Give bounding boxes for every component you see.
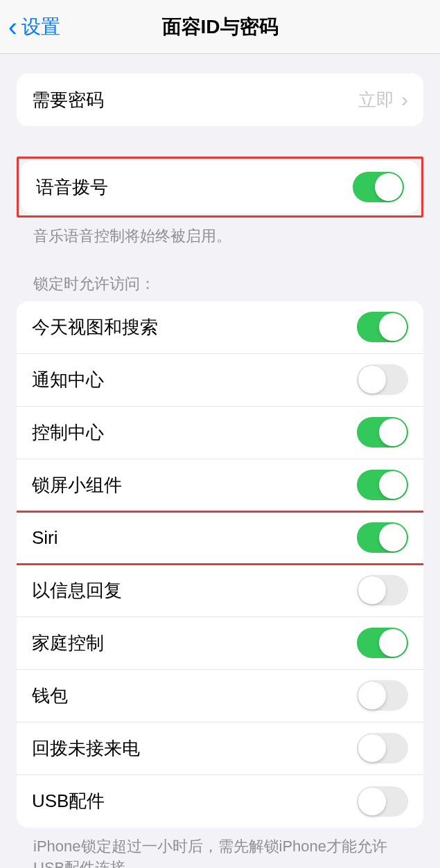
lock-access-toggle[interactable] bbox=[357, 786, 408, 817]
lock-access-item-label: 回拨未接来电 bbox=[32, 736, 140, 761]
lock-access-row: 回拨未接来电 bbox=[17, 723, 423, 775]
lock-access-toggle[interactable] bbox=[357, 733, 408, 763]
back-button[interactable]: ‹ 设置 bbox=[0, 14, 60, 40]
toggle-knob bbox=[379, 313, 407, 341]
toggle-knob bbox=[358, 366, 386, 393]
lock-access-item-label: 锁屏小组件 bbox=[32, 473, 122, 497]
voice-dial-footer: 音乐语音控制将始终被启用。 bbox=[17, 218, 423, 247]
lock-access-row: USB配件 bbox=[17, 775, 423, 828]
back-label: 设置 bbox=[21, 14, 60, 40]
lock-access-header: 锁定时允许访问： bbox=[17, 274, 423, 301]
lock-access-toggle[interactable] bbox=[357, 628, 408, 658]
lock-access-item-label: 通知中心 bbox=[32, 368, 104, 392]
lock-access-toggle[interactable] bbox=[357, 575, 408, 605]
require-passcode-label: 需要密码 bbox=[32, 88, 104, 112]
lock-access-row: 以信息回复 bbox=[17, 565, 423, 617]
require-passcode-value: 立即 › bbox=[358, 88, 408, 112]
voice-dial-toggle[interactable] bbox=[353, 172, 404, 202]
lock-access-footer: iPhone锁定超过一小时后，需先解锁iPhone才能允许USB配件连接。 bbox=[17, 828, 423, 868]
lock-access-item-label: 家庭控制 bbox=[32, 631, 104, 655]
chevron-right-icon: › bbox=[401, 88, 408, 112]
lock-access-toggle[interactable] bbox=[357, 364, 408, 395]
require-passcode-value-text: 立即 bbox=[358, 88, 394, 112]
lock-access-row: Siri bbox=[17, 512, 423, 565]
lock-access-item-label: USB配件 bbox=[32, 789, 105, 813]
voice-dial-group: 语音拨号 bbox=[21, 161, 419, 213]
lock-access-row: 钱包 bbox=[17, 670, 423, 723]
toggle-knob bbox=[379, 524, 407, 551]
lock-access-item-label: 今天视图和搜索 bbox=[32, 315, 158, 339]
lock-access-toggle[interactable] bbox=[357, 680, 408, 711]
lock-access-row: 锁屏小组件 bbox=[17, 459, 423, 512]
lock-access-group: 今天视图和搜索通知中心控制中心锁屏小组件Siri以信息回复家庭控制钱包回拨未接来… bbox=[17, 301, 423, 828]
toggle-knob bbox=[358, 576, 386, 604]
lock-access-row: 通知中心 bbox=[17, 354, 423, 407]
toggle-knob bbox=[375, 173, 403, 201]
toggle-knob bbox=[379, 418, 407, 446]
lock-access-toggle[interactable] bbox=[357, 312, 408, 342]
lock-access-toggle[interactable] bbox=[357, 470, 408, 500]
voice-dial-highlight: 语音拨号 bbox=[17, 157, 423, 218]
toggle-knob bbox=[358, 734, 386, 762]
chevron-left-icon: ‹ bbox=[8, 14, 17, 40]
lock-access-row: 今天视图和搜索 bbox=[17, 301, 423, 354]
require-passcode-group: 需要密码 立即 › bbox=[17, 73, 423, 126]
voice-dial-label: 语音拨号 bbox=[36, 175, 108, 200]
lock-access-row: 家庭控制 bbox=[17, 617, 423, 670]
toggle-knob bbox=[379, 471, 407, 499]
toggle-knob bbox=[358, 788, 386, 815]
lock-access-toggle[interactable] bbox=[357, 522, 408, 553]
lock-access-item-label: 以信息回复 bbox=[32, 578, 122, 603]
lock-access-row: 控制中心 bbox=[17, 407, 423, 459]
toggle-knob bbox=[379, 629, 407, 657]
lock-access-item-label: Siri bbox=[32, 527, 58, 549]
require-passcode-row[interactable]: 需要密码 立即 › bbox=[17, 73, 423, 126]
lock-access-item-label: 钱包 bbox=[32, 684, 68, 708]
voice-dial-row: 语音拨号 bbox=[21, 161, 419, 213]
navigation-bar: ‹ 设置 面容ID与密码 bbox=[0, 0, 440, 54]
lock-access-item-label: 控制中心 bbox=[32, 420, 104, 445]
lock-access-toggle[interactable] bbox=[357, 417, 408, 448]
toggle-knob bbox=[358, 682, 386, 709]
page-title: 面容ID与密码 bbox=[162, 14, 279, 40]
